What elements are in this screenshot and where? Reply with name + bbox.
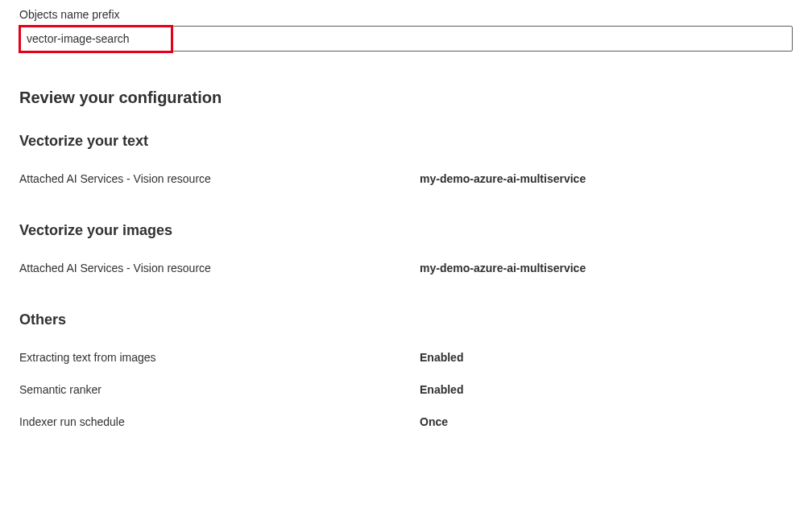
vectorize-text-heading: Vectorize your text bbox=[19, 133, 793, 150]
config-value: Once bbox=[420, 415, 448, 428]
config-row: Attached AI Services - Vision resource m… bbox=[19, 262, 793, 274]
config-label: Attached AI Services - Vision resource bbox=[19, 172, 420, 185]
vectorize-images-section: Vectorize your images Attached AI Servic… bbox=[19, 222, 793, 274]
config-value: my-demo-azure-ai-multiservice bbox=[420, 172, 586, 185]
objects-name-prefix-input-wrap bbox=[19, 26, 793, 52]
vectorize-text-section: Vectorize your text Attached AI Services… bbox=[19, 133, 793, 185]
others-section: Others Extracting text from images Enabl… bbox=[19, 312, 793, 428]
config-row: Indexer run schedule Once bbox=[19, 415, 793, 428]
config-row: Attached AI Services - Vision resource m… bbox=[19, 172, 793, 185]
config-value: Enabled bbox=[420, 383, 463, 396]
objects-name-prefix-label: Objects name prefix bbox=[19, 8, 793, 21]
config-label: Extracting text from images bbox=[19, 351, 420, 364]
config-value: Enabled bbox=[420, 351, 463, 364]
config-row: Extracting text from images Enabled bbox=[19, 351, 793, 364]
vectorize-images-heading: Vectorize your images bbox=[19, 222, 793, 239]
config-row: Semantic ranker Enabled bbox=[19, 383, 793, 396]
config-label: Indexer run schedule bbox=[19, 415, 420, 428]
review-configuration-heading: Review your configuration bbox=[19, 89, 793, 107]
others-heading: Others bbox=[19, 312, 793, 328]
config-label: Attached AI Services - Vision resource bbox=[19, 262, 420, 274]
config-label: Semantic ranker bbox=[19, 383, 420, 396]
configuration-review-page: Objects name prefix Review your configur… bbox=[0, 0, 812, 448]
objects-name-prefix-input[interactable] bbox=[19, 26, 793, 52]
config-value: my-demo-azure-ai-multiservice bbox=[420, 262, 586, 274]
